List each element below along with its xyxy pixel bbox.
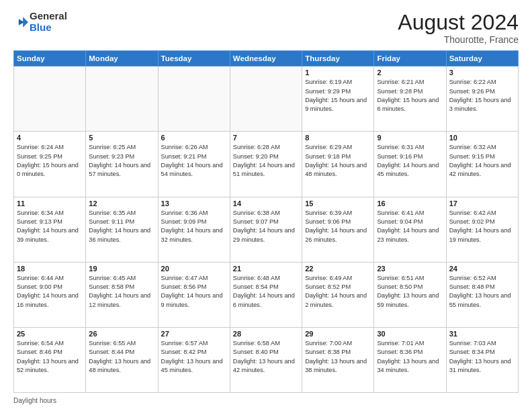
day-info: Sunset: 8:50 PM xyxy=(377,283,443,291)
day-info: Sunrise: 6:58 AM xyxy=(233,339,299,348)
day-info: Sunset: 9:16 PM xyxy=(377,152,443,161)
location: Thourotte, France xyxy=(398,34,519,45)
table-row: 1Sunrise: 6:19 AMSunset: 9:29 PMDaylight… xyxy=(302,66,374,132)
day-number: 28 xyxy=(233,330,299,338)
day-info: Sunset: 8:34 PM xyxy=(449,348,515,357)
logo-general: General xyxy=(30,10,67,21)
day-info: Daylight: 14 hours and 19 minutes. xyxy=(449,226,515,244)
day-info: Sunset: 9:21 PM xyxy=(161,152,227,161)
footer-daylight-label: Daylight hours xyxy=(13,397,56,404)
page: General Blue August 2024 Thourotte, Fran… xyxy=(0,0,532,411)
logo-blue: Blue xyxy=(30,21,52,33)
day-info: Sunrise: 6:44 AM xyxy=(17,274,83,283)
day-info: Daylight: 13 hours and 45 minutes. xyxy=(161,357,227,375)
table-row: 18Sunrise: 6:44 AMSunset: 9:00 PMDayligh… xyxy=(14,262,86,327)
day-number: 30 xyxy=(377,330,443,338)
table-row: 24Sunrise: 6:52 AMSunset: 8:48 PMDayligh… xyxy=(446,262,518,327)
day-number: 8 xyxy=(305,134,371,142)
logo-text: General Blue xyxy=(30,11,67,33)
day-number: 14 xyxy=(233,199,299,208)
day-info: Daylight: 13 hours and 38 minutes. xyxy=(305,357,371,375)
day-info: Sunset: 8:44 PM xyxy=(89,348,154,357)
day-info: Sunrise: 6:34 AM xyxy=(17,209,83,218)
day-info: Sunrise: 6:55 AM xyxy=(89,339,154,348)
calendar-week-row: 25Sunrise: 6:54 AMSunset: 8:46 PMDayligh… xyxy=(14,327,519,392)
day-info: Daylight: 13 hours and 48 minutes. xyxy=(89,357,154,375)
day-info: Daylight: 13 hours and 55 minutes. xyxy=(449,291,515,310)
day-info: Sunset: 9:07 PM xyxy=(233,218,299,226)
table-row: 16Sunrise: 6:41 AMSunset: 9:04 PMDayligh… xyxy=(374,197,446,262)
day-number: 10 xyxy=(449,134,515,142)
calendar-table: Sunday Monday Tuesday Wednesday Thursday… xyxy=(13,50,519,393)
day-info: Daylight: 14 hours and 23 minutes. xyxy=(377,226,443,244)
logo: General Blue xyxy=(13,11,67,33)
day-info: Sunrise: 6:26 AM xyxy=(161,143,227,152)
day-info: Sunrise: 6:42 AM xyxy=(449,209,515,218)
day-number: 24 xyxy=(449,265,515,273)
day-info: Daylight: 14 hours and 16 minutes. xyxy=(17,291,83,310)
day-info: Sunset: 9:00 PM xyxy=(17,283,83,291)
table-row: 13Sunrise: 6:36 AMSunset: 9:09 PMDayligh… xyxy=(158,197,230,262)
day-info: Daylight: 13 hours and 42 minutes. xyxy=(233,357,299,375)
day-number: 1 xyxy=(305,68,371,77)
day-info: Sunrise: 6:48 AM xyxy=(233,274,299,283)
day-info: Daylight: 14 hours and 2 minutes. xyxy=(305,291,371,310)
table-row: 8Sunrise: 6:29 AMSunset: 9:18 PMDaylight… xyxy=(302,132,374,197)
day-info: Daylight: 13 hours and 52 minutes. xyxy=(17,357,83,375)
day-info: Sunset: 8:46 PM xyxy=(17,348,83,357)
day-number: 7 xyxy=(233,134,299,142)
table-row: 22Sunrise: 6:49 AMSunset: 8:52 PMDayligh… xyxy=(302,262,374,327)
day-number: 15 xyxy=(305,199,371,208)
day-info: Sunset: 9:04 PM xyxy=(377,218,443,226)
day-info: Sunset: 9:23 PM xyxy=(89,152,154,161)
day-info: Sunset: 9:18 PM xyxy=(305,152,371,161)
day-info: Sunrise: 6:47 AM xyxy=(161,274,227,283)
day-info: Sunrise: 6:31 AM xyxy=(377,143,443,152)
day-info: Daylight: 14 hours and 12 minutes. xyxy=(89,291,154,310)
day-info: Daylight: 14 hours and 29 minutes. xyxy=(233,226,299,244)
day-info: Daylight: 14 hours and 6 minutes. xyxy=(233,291,299,310)
table-row: 14Sunrise: 6:38 AMSunset: 9:07 PMDayligh… xyxy=(230,197,302,262)
table-row: 27Sunrise: 6:57 AMSunset: 8:42 PMDayligh… xyxy=(158,327,230,392)
table-row: 6Sunrise: 6:26 AMSunset: 9:21 PMDaylight… xyxy=(158,132,230,197)
day-info: Daylight: 14 hours and 39 minutes. xyxy=(17,226,83,244)
day-number: 6 xyxy=(161,134,227,142)
col-saturday: Saturday xyxy=(446,51,518,66)
logo-icon xyxy=(13,15,28,30)
calendar-week-row: 18Sunrise: 6:44 AMSunset: 9:00 PMDayligh… xyxy=(14,262,519,327)
day-info: Sunset: 9:15 PM xyxy=(449,152,515,161)
day-number: 13 xyxy=(161,199,227,208)
day-info: Daylight: 15 hours and 6 minutes. xyxy=(377,96,443,114)
table-row: 9Sunrise: 6:31 AMSunset: 9:16 PMDaylight… xyxy=(374,132,446,197)
table-row xyxy=(158,66,230,132)
day-number: 22 xyxy=(305,265,371,273)
table-row: 12Sunrise: 6:35 AMSunset: 9:11 PMDayligh… xyxy=(86,197,158,262)
day-info: Sunrise: 6:52 AM xyxy=(449,274,515,283)
day-info: Sunset: 8:58 PM xyxy=(89,283,154,291)
day-info: Daylight: 14 hours and 42 minutes. xyxy=(449,161,515,179)
table-row: 10Sunrise: 6:32 AMSunset: 9:15 PMDayligh… xyxy=(446,132,518,197)
day-info: Daylight: 14 hours and 57 minutes. xyxy=(89,161,154,179)
day-number: 21 xyxy=(233,265,299,273)
table-row: 20Sunrise: 6:47 AMSunset: 8:56 PMDayligh… xyxy=(158,262,230,327)
day-info: Daylight: 15 hours and 9 minutes. xyxy=(305,96,371,114)
day-info: Daylight: 14 hours and 32 minutes. xyxy=(161,226,227,244)
table-row: 3Sunrise: 6:22 AMSunset: 9:26 PMDaylight… xyxy=(446,66,518,132)
day-number: 9 xyxy=(377,134,443,142)
table-row xyxy=(14,66,86,132)
col-thursday: Thursday xyxy=(302,51,374,66)
day-info: Sunrise: 6:21 AM xyxy=(377,78,443,87)
day-info: Daylight: 15 hours and 0 minutes. xyxy=(17,161,83,179)
col-friday: Friday xyxy=(374,51,446,66)
table-row: 15Sunrise: 6:39 AMSunset: 9:06 PMDayligh… xyxy=(302,197,374,262)
day-info: Sunset: 9:28 PM xyxy=(377,87,443,96)
header: General Blue August 2024 Thourotte, Fran… xyxy=(13,11,519,45)
day-info: Sunrise: 6:54 AM xyxy=(17,339,83,348)
calendar-week-row: 1Sunrise: 6:19 AMSunset: 9:29 PMDaylight… xyxy=(14,66,519,132)
day-info: Sunrise: 7:00 AM xyxy=(305,339,371,348)
table-row: 29Sunrise: 7:00 AMSunset: 8:38 PMDayligh… xyxy=(302,327,374,392)
day-number: 18 xyxy=(17,265,83,273)
table-row: 2Sunrise: 6:21 AMSunset: 9:28 PMDaylight… xyxy=(374,66,446,132)
day-info: Daylight: 15 hours and 3 minutes. xyxy=(449,96,515,114)
title-block: August 2024 Thourotte, France xyxy=(398,11,519,45)
